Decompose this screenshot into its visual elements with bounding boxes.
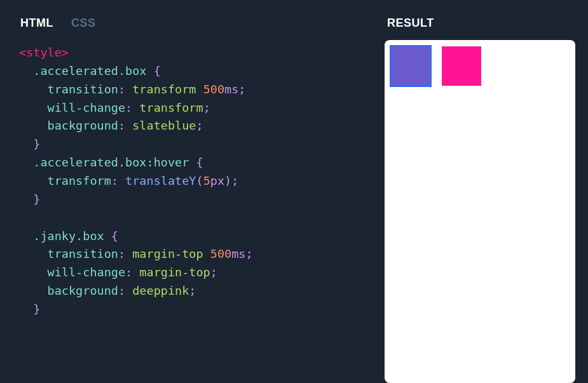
preview-box-accelerated[interactable] [391,46,430,86]
preview-box-janky[interactable] [442,46,481,86]
result-preview [385,40,575,383]
code-selector-accelerated-hover: .accelerated.box:hover [33,156,189,169]
app-root: HTML CSS <style> .accelerated.box { tran… [0,0,588,383]
result-pane: RESULT [385,11,575,383]
result-heading: RESULT [385,11,575,40]
editor-tabs: HTML CSS [13,11,372,40]
code-selector-janky: .janky.box [33,229,104,243]
code-style-open-tag: <style> [19,46,69,59]
tab-html[interactable]: HTML [20,17,53,30]
tab-css[interactable]: CSS [71,17,96,30]
code-selector-accelerated: .accelerated.box [33,64,146,77]
code-editor[interactable]: <style> .accelerated.box { transition: t… [13,40,372,383]
editor-pane: HTML CSS <style> .accelerated.box { tran… [13,11,372,383]
